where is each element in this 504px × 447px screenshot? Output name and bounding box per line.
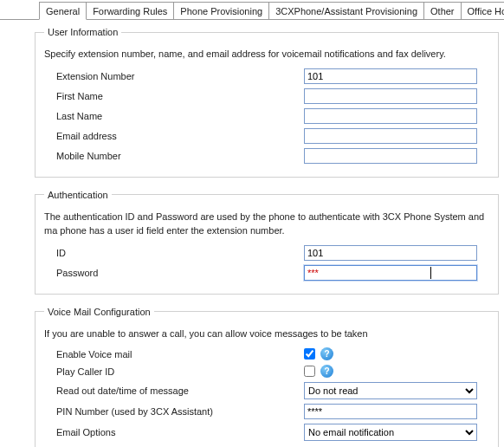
- content-area: User Information Specify extension numbe…: [0, 20, 504, 447]
- auth-password-input[interactable]: [304, 265, 477, 281]
- legend-user-information: User Information: [44, 27, 121, 37]
- tab-other[interactable]: Other: [423, 2, 462, 19]
- play-caller-id-checkbox[interactable]: [304, 366, 315, 377]
- label-extension-number: Extension Number: [44, 71, 304, 81]
- label-auth-password: Password: [44, 268, 304, 278]
- user-info-description: Specify extension number, name, and emai…: [44, 47, 489, 62]
- enable-voicemail-checkbox[interactable]: [304, 348, 315, 360]
- voicemail-description: If you are unable to answer a call, you …: [44, 327, 489, 341]
- label-play-caller-id: Play Caller ID: [44, 366, 304, 377]
- tab-general[interactable]: General: [39, 2, 87, 20]
- tab-3cxphone-assistant-provisioning[interactable]: 3CXPhone/Assistant Provisioning: [268, 2, 424, 19]
- tab-forwarding-rules[interactable]: Forwarding Rules: [86, 2, 174, 19]
- label-pin-number: PIN Number (used by 3CX Assistant): [44, 406, 304, 417]
- email-options-select[interactable]: No email notification: [304, 424, 477, 441]
- mobile-number-input[interactable]: [304, 148, 477, 164]
- fieldset-user-information: User Information Specify extension numbe…: [35, 27, 499, 178]
- email-address-input[interactable]: [304, 128, 477, 144]
- label-first-name: First Name: [44, 91, 304, 101]
- extension-number-input[interactable]: [304, 68, 477, 84]
- first-name-input[interactable]: [304, 88, 477, 104]
- label-mobile-number: Mobile Number: [44, 151, 304, 161]
- pin-number-input[interactable]: [304, 404, 477, 419]
- read-datetime-select[interactable]: Do not read: [304, 382, 477, 399]
- text-caret-icon: [430, 267, 431, 279]
- tab-office-hours[interactable]: Office Hours: [461, 2, 504, 19]
- fieldset-authentication: Authentication The authentication ID and…: [35, 190, 499, 295]
- auth-id-input[interactable]: [304, 245, 477, 261]
- label-auth-id: ID: [44, 248, 304, 258]
- help-icon[interactable]: ?: [320, 347, 333, 360]
- label-last-name: Last Name: [44, 111, 304, 121]
- legend-authentication: Authentication: [44, 190, 112, 200]
- last-name-input[interactable]: [304, 108, 477, 124]
- tab-bar: General Forwarding Rules Phone Provision…: [0, 0, 504, 20]
- auth-description: The authentication ID and Password are u…: [44, 210, 489, 238]
- label-read-datetime: Read out date/time of message: [44, 385, 304, 396]
- help-icon[interactable]: ?: [320, 365, 333, 378]
- label-email-options: Email Options: [44, 427, 304, 437]
- legend-voicemail: Voice Mail Configuration: [44, 307, 154, 317]
- label-email-address: Email address: [44, 131, 304, 141]
- label-enable-voicemail: Enable Voice mail: [44, 349, 304, 360]
- tab-phone-provisioning[interactable]: Phone Provisioning: [173, 2, 269, 19]
- fieldset-voicemail: Voice Mail Configuration If you are unab…: [35, 307, 499, 448]
